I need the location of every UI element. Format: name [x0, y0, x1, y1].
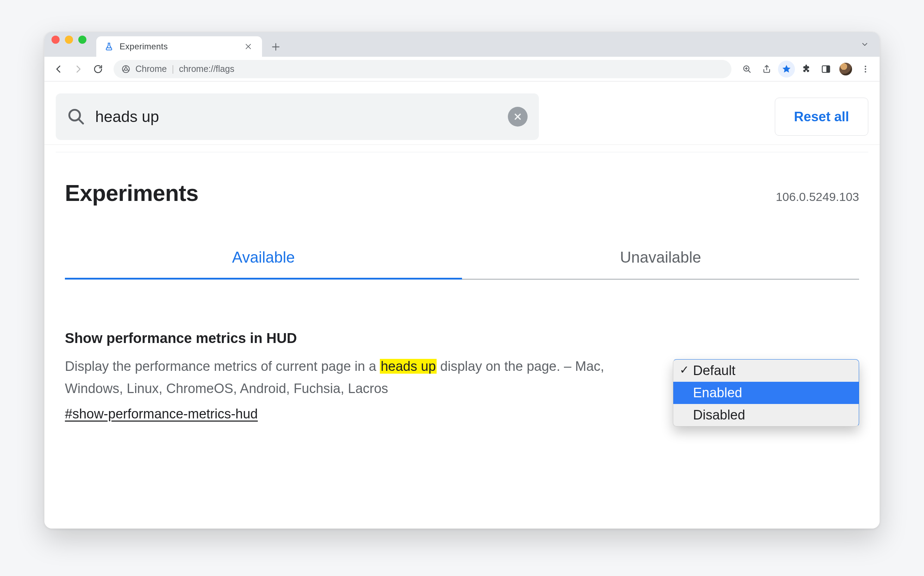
tabs: Available Unavailable: [65, 248, 859, 280]
flask-icon: [104, 42, 114, 51]
dropdown-option-default[interactable]: Default: [673, 360, 859, 382]
omnibox-separator: |: [172, 64, 174, 74]
omnibox-path: chrome://flags: [179, 64, 234, 74]
flag-state-dropdown[interactable]: Default Enabled Disabled: [673, 359, 859, 427]
browser-toolbar: Chrome | chrome://flags: [45, 57, 879, 82]
flag-title: Show performance metrics in HUD: [65, 330, 647, 346]
close-window-button[interactable]: [51, 35, 59, 44]
fullscreen-button[interactable]: [78, 35, 86, 44]
search-icon: [67, 107, 85, 126]
overflow-menu-button[interactable]: [857, 61, 874, 78]
tab-unavailable[interactable]: Unavailable: [462, 248, 859, 280]
svg-point-1: [125, 68, 127, 70]
dropdown-option-enabled[interactable]: Enabled: [673, 382, 859, 404]
profile-avatar: [839, 63, 852, 75]
side-panel-button[interactable]: [817, 61, 834, 78]
svg-point-6: [865, 68, 866, 69]
svg-point-7: [865, 71, 866, 72]
browser-window: Experiments: [44, 32, 880, 529]
reload-button[interactable]: [90, 61, 107, 78]
tab-title: Experiments: [120, 42, 239, 51]
bookmark-button[interactable]: [778, 61, 795, 78]
flag-desc-text: Display the performance metrics of curre…: [65, 359, 380, 374]
new-tab-button[interactable]: [267, 38, 285, 56]
svg-point-5: [865, 66, 866, 67]
search-highlight: heads up: [380, 359, 436, 374]
back-button[interactable]: [50, 61, 67, 78]
clear-search-button[interactable]: [508, 107, 528, 126]
profile-button[interactable]: [837, 61, 854, 78]
divider: [45, 144, 879, 145]
page-content: Reset all Experiments 106.0.5249.103 Ava…: [45, 82, 879, 528]
zoom-button[interactable]: [738, 61, 756, 78]
dropdown-option-disabled[interactable]: Disabled: [673, 404, 859, 426]
search-input[interactable]: [95, 108, 508, 125]
chrome-logo-icon: [121, 64, 130, 74]
forward-button[interactable]: [70, 61, 87, 78]
flag-anchor-link[interactable]: #show-performance-metrics-hud: [65, 406, 258, 422]
minimize-window-button[interactable]: [65, 35, 73, 44]
version-text: 106.0.5249.103: [776, 190, 859, 204]
page-title: Experiments: [65, 180, 199, 206]
extensions-button[interactable]: [798, 61, 815, 78]
svg-rect-4: [827, 66, 830, 72]
close-tab-button[interactable]: [244, 43, 254, 50]
window-controls: [51, 32, 96, 57]
address-bar[interactable]: Chrome | chrome://flags: [114, 60, 732, 78]
omnibox-origin: Chrome: [135, 64, 167, 74]
tab-available[interactable]: Available: [65, 248, 462, 280]
tab-strip: Experiments: [45, 32, 879, 57]
browser-tab[interactable]: Experiments: [96, 36, 262, 57]
flag-item: Show performance metrics in HUD Display …: [65, 330, 859, 422]
reset-all-button[interactable]: Reset all: [775, 98, 868, 136]
tab-search-button[interactable]: [857, 37, 873, 52]
share-button[interactable]: [758, 61, 775, 78]
flag-search-box[interactable]: [56, 93, 539, 140]
flag-description: Display the performance metrics of curre…: [65, 355, 647, 399]
